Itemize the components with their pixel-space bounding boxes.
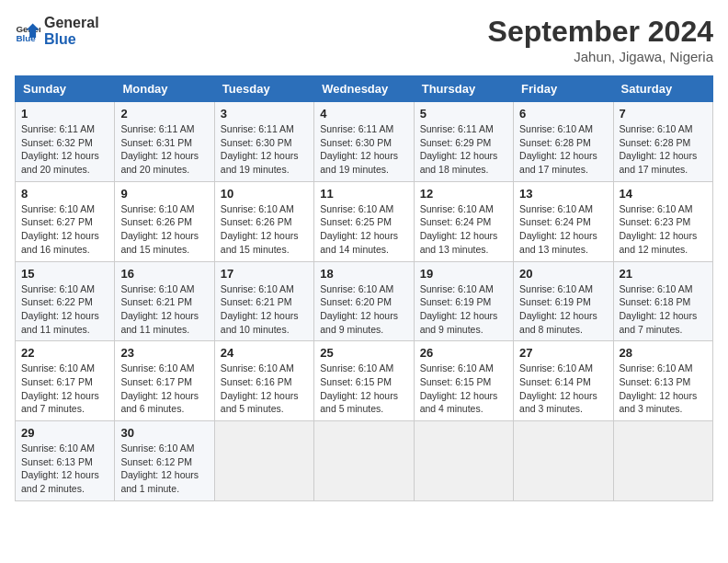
calendar-week-row: 1 Sunrise: 6:11 AM Sunset: 6:32 PM Dayli… [16, 102, 713, 182]
calendar-cell: 12 Sunrise: 6:10 AM Sunset: 6:24 PM Dayl… [414, 181, 513, 261]
calendar-table: SundayMondayTuesdayWednesdayThursdayFrid… [15, 75, 713, 501]
day-detail: Sunrise: 6:10 AM Sunset: 6:17 PM Dayligh… [21, 362, 108, 416]
day-header-friday: Friday [514, 76, 613, 102]
day-detail: Sunrise: 6:11 AM Sunset: 6:31 PM Dayligh… [120, 122, 208, 177]
day-number: 3 [221, 107, 308, 121]
day-detail: Sunrise: 6:10 AM Sunset: 6:18 PM Dayligh… [620, 282, 707, 337]
calendar-cell: 2 Sunrise: 6:11 AM Sunset: 6:31 PM Dayli… [115, 102, 214, 182]
calendar-cell: 20 Sunrise: 6:10 AM Sunset: 6:19 PM Dayl… [514, 261, 613, 341]
calendar-cell [214, 421, 313, 501]
calendar-week-row: 22 Sunrise: 6:10 AM Sunset: 6:17 PM Dayl… [16, 341, 713, 421]
calendar-cell: 13 Sunrise: 6:10 AM Sunset: 6:24 PM Dayl… [514, 181, 613, 261]
calendar-cell: 17 Sunrise: 6:10 AM Sunset: 6:21 PM Dayl… [214, 261, 313, 341]
day-detail: Sunrise: 6:10 AM Sunset: 6:12 PM Dayligh… [120, 442, 208, 496]
calendar-header-row: SundayMondayTuesdayWednesdayThursdayFrid… [16, 76, 713, 102]
day-number: 28 [620, 346, 707, 360]
day-detail: Sunrise: 6:10 AM Sunset: 6:14 PM Dayligh… [519, 362, 607, 416]
logo-general: General [44, 15, 99, 31]
calendar-cell: 3 Sunrise: 6:11 AM Sunset: 6:30 PM Dayli… [214, 102, 313, 182]
day-number: 29 [21, 426, 108, 440]
calendar-cell [414, 421, 513, 501]
calendar-cell: 18 Sunrise: 6:10 AM Sunset: 6:20 PM Dayl… [314, 261, 414, 341]
day-header-thursday: Thursday [414, 76, 513, 102]
calendar-cell [314, 421, 414, 501]
header: General Blue General Blue September 2024… [15, 15, 713, 64]
day-number: 13 [519, 187, 607, 201]
day-detail: Sunrise: 6:10 AM Sunset: 6:26 PM Dayligh… [221, 202, 308, 257]
day-number: 17 [221, 267, 308, 281]
title-area: September 2024 Jahun, Jigawa, Nigeria [488, 15, 713, 64]
day-number: 27 [519, 346, 607, 360]
calendar-cell: 21 Sunrise: 6:10 AM Sunset: 6:18 PM Dayl… [613, 261, 712, 341]
logo-icon: General Blue [15, 18, 40, 44]
day-detail: Sunrise: 6:11 AM Sunset: 6:29 PM Dayligh… [420, 122, 507, 177]
calendar-week-row: 29 Sunrise: 6:10 AM Sunset: 6:13 PM Dayl… [16, 421, 713, 501]
day-number: 1 [21, 107, 108, 121]
day-detail: Sunrise: 6:10 AM Sunset: 6:19 PM Dayligh… [420, 282, 507, 337]
location: Jahun, Jigawa, Nigeria [488, 49, 713, 64]
calendar-cell: 24 Sunrise: 6:10 AM Sunset: 6:16 PM Dayl… [214, 341, 313, 421]
day-detail: Sunrise: 6:10 AM Sunset: 6:15 PM Dayligh… [420, 362, 507, 416]
day-number: 18 [320, 267, 407, 281]
calendar-cell: 4 Sunrise: 6:11 AM Sunset: 6:30 PM Dayli… [314, 102, 414, 182]
day-detail: Sunrise: 6:10 AM Sunset: 6:24 PM Dayligh… [519, 202, 607, 257]
calendar-cell: 19 Sunrise: 6:10 AM Sunset: 6:19 PM Dayl… [414, 261, 513, 341]
day-number: 25 [320, 346, 407, 360]
day-number: 6 [519, 107, 607, 121]
day-number: 21 [620, 267, 707, 281]
day-detail: Sunrise: 6:10 AM Sunset: 6:13 PM Dayligh… [620, 362, 707, 416]
logo-blue: Blue [44, 31, 99, 48]
day-detail: Sunrise: 6:11 AM Sunset: 6:30 PM Dayligh… [221, 122, 308, 177]
day-header-tuesday: Tuesday [214, 76, 313, 102]
calendar-cell: 9 Sunrise: 6:10 AM Sunset: 6:26 PM Dayli… [115, 181, 214, 261]
day-detail: Sunrise: 6:10 AM Sunset: 6:13 PM Dayligh… [21, 442, 108, 496]
day-detail: Sunrise: 6:10 AM Sunset: 6:25 PM Dayligh… [320, 202, 407, 257]
calendar-cell: 15 Sunrise: 6:10 AM Sunset: 6:22 PM Dayl… [16, 261, 115, 341]
calendar-cell [613, 421, 712, 501]
day-number: 19 [420, 267, 507, 281]
month-title: September 2024 [488, 15, 713, 49]
day-number: 11 [320, 187, 407, 201]
day-number: 26 [420, 346, 507, 360]
calendar-cell: 7 Sunrise: 6:10 AM Sunset: 6:28 PM Dayli… [613, 102, 712, 182]
day-number: 24 [221, 346, 308, 360]
day-number: 22 [21, 346, 108, 360]
calendar-cell: 8 Sunrise: 6:10 AM Sunset: 6:27 PM Dayli… [16, 181, 115, 261]
day-detail: Sunrise: 6:10 AM Sunset: 6:21 PM Dayligh… [221, 282, 308, 337]
day-header-wednesday: Wednesday [314, 76, 414, 102]
day-detail: Sunrise: 6:10 AM Sunset: 6:28 PM Dayligh… [620, 122, 707, 177]
calendar-cell: 1 Sunrise: 6:11 AM Sunset: 6:32 PM Dayli… [16, 102, 115, 182]
day-number: 8 [21, 187, 108, 201]
day-detail: Sunrise: 6:11 AM Sunset: 6:30 PM Dayligh… [320, 122, 407, 177]
day-detail: Sunrise: 6:10 AM Sunset: 6:28 PM Dayligh… [519, 122, 607, 177]
day-detail: Sunrise: 6:10 AM Sunset: 6:22 PM Dayligh… [21, 282, 108, 337]
calendar-cell: 16 Sunrise: 6:10 AM Sunset: 6:21 PM Dayl… [115, 261, 214, 341]
day-detail: Sunrise: 6:10 AM Sunset: 6:16 PM Dayligh… [221, 362, 308, 416]
day-number: 12 [420, 187, 507, 201]
day-number: 16 [120, 267, 208, 281]
day-detail: Sunrise: 6:10 AM Sunset: 6:26 PM Dayligh… [120, 202, 208, 257]
calendar-cell: 23 Sunrise: 6:10 AM Sunset: 6:17 PM Dayl… [115, 341, 214, 421]
day-number: 9 [120, 187, 208, 201]
calendar-cell: 6 Sunrise: 6:10 AM Sunset: 6:28 PM Dayli… [514, 102, 613, 182]
calendar-cell: 29 Sunrise: 6:10 AM Sunset: 6:13 PM Dayl… [16, 421, 115, 501]
calendar-week-row: 8 Sunrise: 6:10 AM Sunset: 6:27 PM Dayli… [16, 181, 713, 261]
day-detail: Sunrise: 6:11 AM Sunset: 6:32 PM Dayligh… [21, 122, 108, 177]
calendar-body: 1 Sunrise: 6:11 AM Sunset: 6:32 PM Dayli… [16, 102, 713, 501]
calendar-cell: 14 Sunrise: 6:10 AM Sunset: 6:23 PM Dayl… [613, 181, 712, 261]
logo: General Blue General Blue [15, 15, 99, 48]
calendar-cell: 26 Sunrise: 6:10 AM Sunset: 6:15 PM Dayl… [414, 341, 513, 421]
day-detail: Sunrise: 6:10 AM Sunset: 6:20 PM Dayligh… [320, 282, 407, 337]
day-detail: Sunrise: 6:10 AM Sunset: 6:23 PM Dayligh… [620, 202, 707, 257]
day-header-saturday: Saturday [613, 76, 712, 102]
day-number: 20 [519, 267, 607, 281]
calendar-cell: 22 Sunrise: 6:10 AM Sunset: 6:17 PM Dayl… [16, 341, 115, 421]
day-number: 2 [120, 107, 208, 121]
day-number: 30 [120, 426, 208, 440]
day-header-monday: Monday [115, 76, 214, 102]
day-number: 14 [620, 187, 707, 201]
calendar-week-row: 15 Sunrise: 6:10 AM Sunset: 6:22 PM Dayl… [16, 261, 713, 341]
calendar-cell: 11 Sunrise: 6:10 AM Sunset: 6:25 PM Dayl… [314, 181, 414, 261]
day-number: 23 [120, 346, 208, 360]
calendar-cell: 27 Sunrise: 6:10 AM Sunset: 6:14 PM Dayl… [514, 341, 613, 421]
